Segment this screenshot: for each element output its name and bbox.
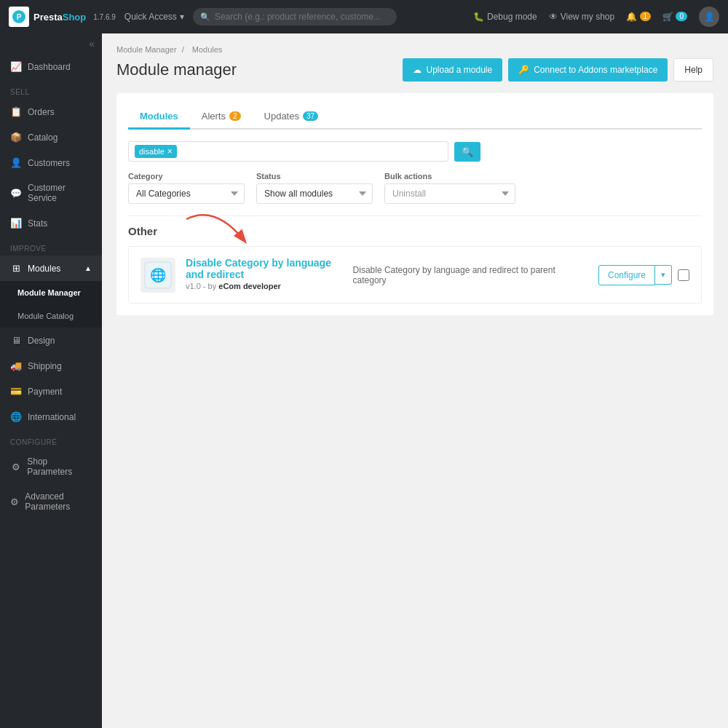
sidebar-section-improve: IMPROVE — [0, 236, 102, 256]
sidebar-item-design[interactable]: 🖥 Design — [0, 328, 102, 353]
sidebar-item-shipping[interactable]: 🚚 Shipping — [0, 353, 102, 379]
cart-notification[interactable]: 🛒 0 — [662, 12, 687, 22]
module-panel: Modules Alerts 2 Updates 37 disable × — [116, 93, 713, 315]
stats-label: Stats — [28, 218, 47, 229]
module-checkbox[interactable] — [678, 269, 689, 281]
help-label: Help — [684, 65, 703, 75]
customers-icon: 👤 — [10, 157, 22, 168]
notification-bell[interactable]: 🔔 1 — [626, 12, 651, 22]
stats-icon: 📊 — [10, 218, 22, 229]
payment-icon: 💳 — [10, 386, 22, 397]
sidebar-item-orders[interactable]: 📋 Orders — [0, 99, 102, 124]
module-actions: Configure ▾ — [598, 265, 689, 285]
status-filter-group: Status Show all modules Enabled Disabled — [256, 172, 373, 204]
international-icon: 🌐 — [10, 411, 22, 422]
user-avatar[interactable]: 👤 — [699, 7, 719, 27]
view-shop-label: View my shop — [561, 12, 614, 22]
bug-icon: 🐛 — [473, 12, 484, 22]
breadcrumb: Module Manager / Modules — [116, 45, 713, 54]
sidebar-item-dashboard[interactable]: 📈 Dashboard — [0, 54, 102, 79]
customers-label: Customers — [28, 158, 70, 168]
breadcrumb-parent[interactable]: Module Manager — [116, 45, 177, 54]
logo-area: P PrestaShop 1.7.6.9 — [9, 7, 116, 27]
notification-count: 1 — [640, 12, 652, 21]
modules-submenu: Module Manager Module Catalog — [0, 281, 102, 328]
shipping-icon: 🚚 — [10, 360, 22, 371]
sidebar-collapse[interactable]: « — [0, 33, 102, 54]
bulk-actions-select[interactable]: Uninstall — [384, 183, 515, 204]
shipping-label: Shipping — [28, 361, 62, 371]
section-title: Other — [128, 225, 702, 237]
search-button[interactable]: 🔍 — [454, 142, 480, 162]
module-icon: 🌐 — [141, 258, 175, 293]
configure-arrow-button[interactable]: ▾ — [655, 265, 672, 285]
version-badge: 1.7.6.9 — [93, 13, 116, 21]
tab-modules[interactable]: Modules — [128, 105, 190, 130]
user-icon: 👤 — [704, 12, 715, 22]
sidebar-item-module-catalog[interactable]: Module Catalog — [0, 304, 102, 328]
status-label: Status — [256, 172, 373, 181]
breadcrumb-separator: / — [182, 45, 184, 54]
tab-updates[interactable]: Updates 37 — [253, 105, 331, 130]
search-bar: 🔍 — [193, 8, 397, 25]
quick-access-label: Quick Access — [124, 12, 177, 22]
collapse-button[interactable]: « — [89, 38, 95, 50]
search-input[interactable] — [180, 146, 442, 157]
orders-icon: 📋 — [10, 106, 22, 117]
debug-mode-label: Debug mode — [487, 12, 537, 22]
breadcrumb-current: Modules — [192, 45, 223, 54]
divider — [128, 215, 702, 216]
debug-mode-button[interactable]: 🐛 Debug mode — [473, 12, 537, 22]
tab-alerts[interactable]: Alerts 2 — [190, 105, 253, 130]
bulk-label: Bulk actions — [384, 172, 515, 181]
status-select[interactable]: Show all modules Enabled Disabled — [256, 183, 373, 204]
global-search-input[interactable] — [193, 8, 397, 25]
bulk-actions-group: Bulk actions Uninstall — [384, 172, 515, 204]
category-filter-group: Category All Categories — [128, 172, 245, 204]
navbar-right: 🐛 Debug mode 👁 View my shop 🔔 1 🛒 0 👤 — [473, 7, 719, 27]
cart-count: 0 — [676, 12, 687, 21]
design-icon: 🖥 — [10, 335, 22, 346]
alerts-badge: 2 — [229, 111, 241, 121]
updates-badge: 37 — [303, 111, 318, 121]
sidebar-item-customers[interactable]: 👤 Customers — [0, 150, 102, 175]
advanced-params-label: Advanced Parameters — [25, 491, 92, 512]
sidebar-item-modules[interactable]: ⊞ Modules ▲ — [0, 256, 102, 281]
sidebar-item-payment[interactable]: 💳 Payment — [0, 379, 102, 404]
modules-section: Other 🌐 — [128, 225, 702, 304]
configure-button[interactable]: Configure — [598, 265, 655, 285]
sidebar: « 📈 Dashboard SELL 📋 Orders 📦 Catalog 👤 … — [0, 33, 102, 728]
modules-icon: ⊞ — [10, 263, 22, 274]
search-tag-input[interactable]: disable × — [128, 141, 448, 162]
sidebar-item-shop-params[interactable]: ⚙ Shop Parameters — [0, 449, 102, 484]
sidebar-item-catalog[interactable]: 📦 Catalog — [0, 124, 102, 150]
customer-service-label: Customer Service — [28, 183, 92, 203]
view-shop-button[interactable]: 👁 View my shop — [549, 12, 614, 22]
connect-addons-button[interactable]: 🔑 Connect to Addons marketplace — [508, 58, 668, 82]
dashboard-icon: 📈 — [10, 61, 22, 72]
sidebar-section-sell: SELL — [0, 79, 102, 99]
quick-access-button[interactable]: Quick Access ▾ — [124, 12, 184, 22]
sidebar-item-advanced-params[interactable]: ⚙ Advanced Parameters — [0, 484, 102, 519]
sidebar-item-module-manager[interactable]: Module Manager — [0, 281, 102, 304]
advanced-params-icon: ⚙ — [10, 496, 19, 507]
module-manager-label: Module Manager — [17, 288, 81, 297]
international-label: International — [28, 412, 76, 422]
tab-modules-label: Modules — [140, 111, 178, 122]
search-btn-icon: 🔍 — [462, 146, 473, 157]
sidebar-item-international[interactable]: 🌐 International — [0, 404, 102, 430]
module-version: v1.0 — [186, 282, 201, 290]
help-button[interactable]: Help — [673, 58, 713, 82]
shop-params-icon: ⚙ — [10, 462, 21, 472]
remove-tag-button[interactable]: × — [167, 146, 173, 157]
module-description: Disable Category by language and redirec… — [353, 265, 588, 285]
page-title: Module manager — [116, 60, 237, 79]
chevron-up-icon: ▲ — [84, 264, 92, 272]
category-select[interactable]: All Categories — [128, 183, 245, 204]
upload-module-button[interactable]: ☁ Upload a module — [403, 58, 502, 82]
logo-icon: P — [9, 7, 29, 27]
sidebar-item-stats[interactable]: 📊 Stats — [0, 210, 102, 236]
sidebar-item-customer-service[interactable]: 💬 Customer Service — [0, 175, 102, 210]
search-tag-text: disable — [139, 147, 165, 156]
chevron-down-icon: ▾ — [180, 12, 184, 22]
